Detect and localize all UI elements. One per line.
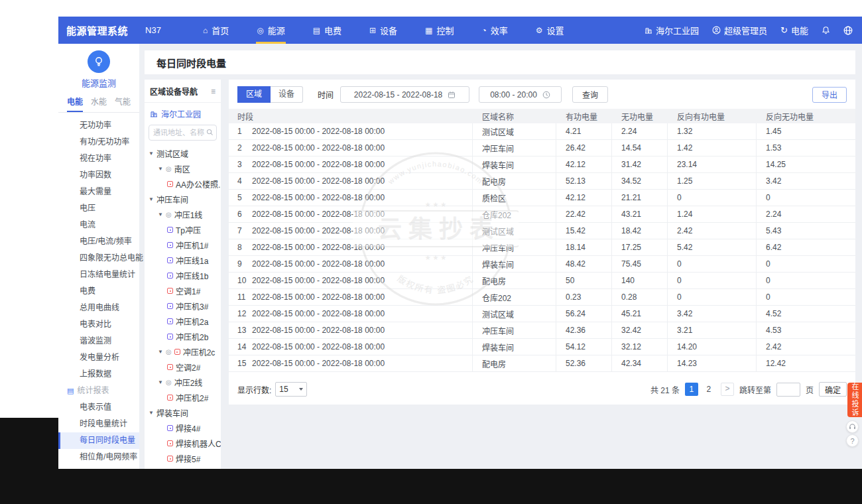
sidebar-item[interactable]: 电表对比 — [58, 316, 139, 333]
tree-node[interactable]: ▼ ◎ 冲压线1b — [145, 268, 221, 283]
table-row[interactable]: 8 2022-08-15 00:00 - 2022-08-18 00:00 冲压… — [229, 239, 855, 256]
table-row[interactable]: 10 2022-08-15 00:00 - 2022-08-18 00:00 配… — [229, 273, 855, 289]
sidebar-item[interactable]: 无功功率 — [58, 117, 139, 134]
tree-node[interactable]: ▼ ◎ 冲压机2b — [145, 329, 221, 344]
expand-arrow-icon[interactable]: ▼ — [158, 379, 163, 385]
tree-node[interactable]: ▼ ◎ 冲压线1a — [145, 253, 221, 268]
expand-arrow-icon[interactable]: ▼ — [158, 349, 163, 355]
bill-icon: ▤ — [313, 26, 320, 35]
page-number[interactable]: 1 — [685, 383, 698, 396]
nav-item-label: 首页 — [212, 24, 229, 36]
energy-type-tab[interactable]: 水能 — [91, 95, 107, 112]
tree-node[interactable]: ▼ ◎ 冲压车间 — [145, 192, 221, 207]
tree-node[interactable]: ▼ ◎ 冲压机2c — [145, 344, 221, 359]
tree-node[interactable]: ▼ ◎ AA办公楼照... — [145, 176, 221, 192]
toggle-button[interactable]: 区域 — [237, 86, 271, 103]
tree-node[interactable]: ▼ ◎ 冲压机2# — [145, 390, 221, 405]
tree-node[interactable]: ▼ ◎ 测试区域 — [145, 146, 221, 161]
user-role[interactable]: 超级管理员 — [712, 24, 767, 36]
sidebar-item[interactable]: 电费 — [58, 283, 139, 300]
sidebar-item[interactable]: 谐波监测 — [58, 333, 139, 349]
sidebar-item[interactable]: 每日同时段电量 — [58, 432, 139, 449]
sidebar-item[interactable]: 相位角/电网频率 — [58, 449, 139, 466]
table-row[interactable]: 12 2022-08-15 00:00 - 2022-08-18 00:00 测… — [229, 306, 855, 322]
energy-mode-switch[interactable]: ↻ 电能 — [780, 24, 808, 36]
time-range-input[interactable]: 08:00 - 20:00 — [479, 86, 562, 103]
tree-node[interactable]: ▼ ◎ 冲压机2a — [145, 314, 221, 329]
tree-node[interactable]: ▼ ◎ 冲压2线 — [145, 375, 221, 390]
nav-item[interactable]: ▤ 电费 — [299, 17, 355, 44]
tree-node[interactable]: ▼ ◎ 焊装车间 — [145, 405, 221, 420]
park-selector[interactable]: 海尔工业园 — [645, 24, 699, 36]
sidebar-item[interactable]: 有功/无功功率 — [58, 134, 139, 151]
tree-node[interactable]: ▼ ◎ Tp冲压 — [145, 222, 221, 237]
sidebar-item[interactable]: 发电量分析 — [58, 349, 139, 366]
export-button[interactable]: 导出 — [812, 87, 847, 103]
sidebar-item[interactable]: 功率因数 — [58, 167, 139, 184]
tree-node[interactable]: ▼ ◎ 焊接机器人C5 — [145, 436, 221, 451]
table-row[interactable]: 6 2022-08-15 00:00 - 2022-08-18 00:00 仓库… — [229, 206, 855, 223]
tree-node[interactable]: ▼ ◎ 空调2# — [145, 359, 221, 375]
sidebar-item[interactable]: 电表示值 — [58, 399, 139, 416]
table-row[interactable]: 14 2022-08-15 00:00 - 2022-08-18 00:00 焊… — [229, 339, 855, 355]
help-button[interactable]: ? — [846, 434, 859, 447]
expand-arrow-icon[interactable]: ▼ — [149, 151, 154, 157]
expand-arrow-icon[interactable]: ▼ — [149, 196, 154, 202]
energy-type-tab[interactable]: 气能 — [115, 95, 131, 112]
online-complaint-button[interactable]: 在线投诉 — [847, 383, 862, 417]
tree-node[interactable]: ▼ ◎ 冲压1线 — [145, 207, 221, 222]
tree-node[interactable]: ▼ ◎ 南区 — [145, 161, 221, 176]
notification-bell[interactable] — [822, 26, 830, 34]
sidebar-item[interactable]: 上报数据 — [58, 366, 139, 383]
nav-item[interactable]: ▦ 控制 — [411, 17, 467, 44]
active-energy-cell: 54.12 — [556, 339, 612, 355]
nav-item[interactable]: ⊞ 设备 — [355, 17, 411, 44]
tree-root-node[interactable]: 海尔工业园 — [145, 103, 221, 123]
table-row[interactable]: 9 2022-08-15 00:00 - 2022-08-18 00:00 焊装… — [229, 256, 855, 273]
table-row[interactable]: 2 2022-08-15 00:00 - 2022-08-18 00:00 冲压… — [229, 140, 855, 157]
tree-node[interactable]: ▼ ◎ 冲压机1# — [145, 237, 221, 253]
sidebar-item[interactable]: 日冻结电量统计 — [58, 267, 139, 283]
table-row[interactable]: 5 2022-08-15 00:00 - 2022-08-18 00:00 质检… — [229, 190, 855, 206]
expand-arrow-icon[interactable]: ▼ — [149, 410, 154, 416]
table-row[interactable]: 15 2022-08-15 00:00 - 2022-08-18 00:00 配… — [229, 355, 855, 372]
table-row[interactable]: 3 2022-08-15 00:00 - 2022-08-18 00:00 焊装… — [229, 157, 855, 173]
sidebar-item[interactable]: ▤ 统计报表 — [58, 383, 139, 399]
table-row[interactable]: 1 2022-08-15 00:00 - 2022-08-18 00:00 测试… — [229, 123, 855, 140]
table-row[interactable]: 11 2022-08-15 00:00 - 2022-08-18 00:00 仓… — [229, 289, 855, 306]
toggle-button[interactable]: 设备 — [271, 86, 303, 103]
query-button[interactable]: 查询 — [572, 86, 608, 103]
sidebar-item[interactable]: 时段电量统计 — [58, 416, 139, 432]
table-row[interactable]: 4 2022-08-15 00:00 - 2022-08-18 00:00 配电… — [229, 173, 855, 190]
date-range-input[interactable]: 2022-08-15 - 2022-08-18 — [340, 86, 469, 103]
sidebar-item[interactable]: 视在功率 — [58, 151, 139, 167]
sidebar-item[interactable]: 总用电曲线 — [58, 300, 139, 316]
expand-arrow-icon[interactable]: ▼ — [158, 212, 163, 218]
rows-per-page-select[interactable]: 15 — [275, 382, 307, 397]
table-row[interactable]: 7 2022-08-15 00:00 - 2022-08-18 00:00 测试… — [229, 223, 855, 239]
tree-node[interactable]: ▼ ◎ 焊接5# — [145, 451, 221, 466]
customer-service-button[interactable] — [846, 420, 859, 433]
confirm-button[interactable]: 确定 — [819, 382, 847, 397]
tree-node[interactable]: ▼ ◎ 焊接4# — [145, 420, 221, 436]
nav-item[interactable]: ◎ 能源 — [243, 17, 299, 44]
nav-item[interactable]: ⌂ 首页 — [189, 17, 243, 44]
tree-node[interactable]: ▼ ◎ 空调1# — [145, 283, 221, 298]
page-number[interactable]: 2 — [702, 383, 715, 396]
sidebar-item[interactable]: 电流 — [58, 217, 139, 233]
tree-node[interactable]: ▼ ◎ 冲压机3# — [145, 298, 221, 314]
table-row[interactable]: 13 2022-08-15 00:00 - 2022-08-18 00:00 冲… — [229, 322, 855, 339]
energy-type-tab[interactable]: 电能 — [67, 95, 83, 112]
sidebar-item[interactable]: 电压/电流/频率 — [58, 233, 139, 250]
nav-item[interactable]: ◔ 效率 — [467, 17, 521, 44]
next-page-button[interactable]: > — [721, 383, 734, 396]
nav-item[interactable]: ⚙ 设置 — [522, 17, 578, 44]
jump-label-suffix: 页 — [806, 384, 814, 395]
language-globe[interactable] — [843, 26, 853, 35]
sidebar-item[interactable]: 四象限无功总电能 — [58, 250, 139, 267]
sidebar-item[interactable]: 最大需量 — [58, 184, 139, 200]
jump-page-input[interactable] — [776, 383, 800, 397]
collapse-icon[interactable]: ≡ — [211, 87, 216, 96]
sidebar-item[interactable]: 电压 — [58, 200, 139, 217]
expand-arrow-icon[interactable]: ▼ — [158, 166, 163, 172]
